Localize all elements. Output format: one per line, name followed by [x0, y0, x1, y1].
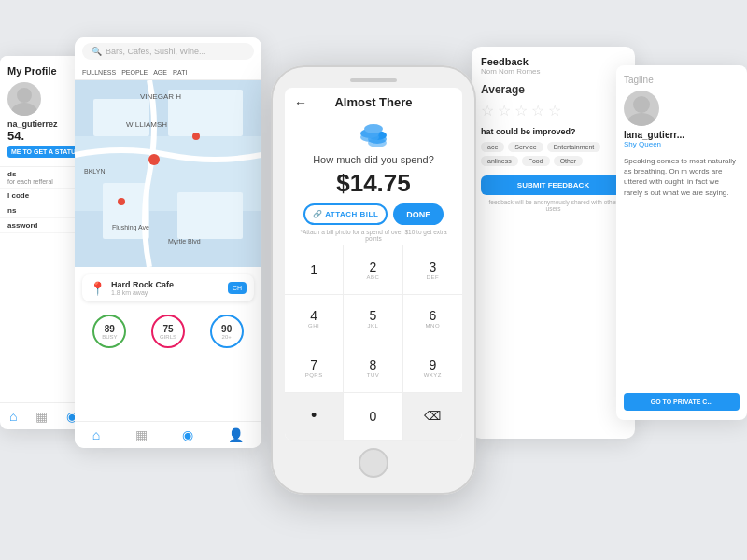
svg-point-1 [11, 103, 37, 116]
svg-text:Myrtle Blvd: Myrtle Blvd [168, 238, 201, 245]
coins-area [285, 113, 462, 154]
svg-text:Flushing Ave: Flushing Ave [112, 224, 149, 231]
venue-action-button[interactable]: CH [228, 282, 247, 294]
submit-feedback-button[interactable]: SUBMIT FEEDBACK [481, 175, 626, 195]
tagline-avatar [624, 91, 659, 126]
svg-point-23 [627, 113, 655, 126]
svg-rect-7 [177, 192, 243, 239]
screen-title: Almost There [334, 95, 412, 109]
svg-point-8 [148, 154, 160, 165]
coins-icon [357, 120, 390, 150]
map-grid-icon[interactable]: ▦ [135, 427, 148, 442]
back-button[interactable]: ← [294, 95, 307, 110]
tagline-handle: Shy Queen [624, 140, 740, 148]
numpad-7[interactable]: 7PQRS [285, 343, 344, 393]
map-area: WILLIAMSH BKLYN Flushing Ave Myrtle Blvd… [75, 80, 261, 267]
tag-food[interactable]: Food [522, 156, 550, 166]
numpad-0[interactable]: 0 [344, 393, 402, 441]
star-rating[interactable]: ☆ ☆ ☆ ☆ ☆ [481, 102, 626, 119]
tagline-title: Tagline [624, 75, 740, 85]
numpad-9[interactable]: 9WXYZ [403, 343, 462, 393]
feedback-note: feedback will be anonymously shared with… [481, 199, 626, 212]
tag-cleanliness[interactable]: anliness [481, 156, 518, 166]
stat-girls: 75 GIRLS [151, 315, 185, 348]
numpad-backspace[interactable]: ⌫ [403, 393, 462, 441]
action-buttons: 🔗 ATTACH BILL DONE [285, 203, 462, 229]
svg-point-22 [633, 96, 650, 113]
numpad-8[interactable]: 8TUV [344, 343, 402, 393]
tagline-bio: Speaking comes to most naturally as brea… [624, 156, 740, 198]
tag-service[interactable]: Service [508, 142, 543, 152]
svg-text:VINEGAR H: VINEGAR H [140, 92, 181, 101]
venue-pin-icon: 📍 [90, 281, 106, 296]
screen-header: ← Almost There [285, 88, 462, 113]
svg-rect-4 [93, 99, 149, 136]
done-button[interactable]: DONE [393, 203, 444, 225]
numpad-3[interactable]: 3DEF [403, 245, 462, 295]
spend-question: How much did you spend? [285, 154, 462, 165]
tag-space[interactable]: ace [481, 142, 504, 152]
star-3[interactable]: ☆ [514, 102, 528, 119]
phone-speaker [350, 78, 397, 82]
numpad-4[interactable]: 4GHI [285, 295, 344, 344]
numpad-5[interactable]: 5JKL [344, 295, 402, 344]
map-card: 🔍 Bars, Cafes, Sushi, Wine... FULLNESS P… [75, 37, 261, 448]
attach-note: *Attach a bill photo for a spend of over… [285, 229, 462, 245]
venue-distance: 1.8 km away [111, 289, 174, 296]
tagline-username: lana_gutierr... [624, 130, 740, 140]
spend-amount: $14.75 [285, 165, 462, 203]
venue-item: 📍 Hard Rock Cafe 1.8 km away CH [82, 274, 254, 301]
tagline-card: Tagline lana_gutierr... Shy Queen Speaki… [616, 65, 747, 420]
svg-point-21 [364, 124, 383, 133]
go-private-button[interactable]: GO TO PRIVATE C... [624, 393, 740, 411]
svg-text:BKLYN: BKLYN [84, 168, 105, 175]
tag-other[interactable]: Other [554, 156, 584, 166]
stat-busy: 89 BUSY [92, 315, 126, 348]
numpad: 1 2ABC 3DEF 4GHI 5JKL 6MNO 7PQRS [285, 245, 462, 441]
feedback-subtitle: Nom Nom Romes [481, 67, 626, 76]
grid-icon[interactable]: ▦ [35, 409, 48, 424]
feedback-card: Feedback Nom Nom Romes Average ☆ ☆ ☆ ☆ ☆… [472, 47, 635, 439]
numpad-dot[interactable]: • [285, 393, 344, 441]
map-person-icon[interactable]: 👤 [228, 427, 244, 442]
search-icon: 🔍 [92, 47, 102, 56]
star-1[interactable]: ☆ [481, 102, 494, 119]
star-5[interactable]: ☆ [548, 102, 561, 119]
tag-entertainment[interactable]: Entertainment [547, 142, 601, 152]
search-bar[interactable]: 🔍 Bars, Cafes, Sushi, Wine... [82, 43, 254, 60]
scene: My Profile na_gutierrez 54. ME TO GET A … [0, 0, 747, 560]
stat-age: 90 20+ [210, 315, 244, 348]
venue-name: Hard Rock Cafe [111, 280, 174, 289]
svg-text:WILLIAMSH: WILLIAMSH [126, 120, 167, 129]
numpad-1[interactable]: 1 [285, 245, 344, 295]
map-location-icon[interactable]: ◉ [182, 427, 193, 442]
avatar [7, 82, 41, 116]
search-placeholder: Bars, Cafes, Sushi, Wine... [106, 47, 206, 56]
svg-point-9 [192, 133, 200, 140]
attach-icon: 🔗 [313, 210, 323, 218]
svg-point-10 [118, 198, 125, 205]
map-home-icon[interactable]: ⌂ [92, 427, 100, 442]
attach-bill-button[interactable]: 🔗 ATTACH BILL [303, 203, 388, 225]
map-filters: FULLNESS PEOPLE AGE RATI [75, 65, 261, 80]
svg-point-0 [17, 88, 32, 103]
venue-stats: 89 BUSY 75 GIRLS 90 20+ [75, 309, 261, 354]
feedback-title: Feedback [481, 56, 626, 67]
numpad-6[interactable]: 6MNO [403, 295, 462, 344]
numpad-2[interactable]: 2ABC [344, 245, 402, 295]
home-button[interactable] [359, 448, 388, 478]
map-footer: ⌂ ▦ ◉ 👤 [75, 421, 261, 448]
home-icon[interactable]: ⌂ [9, 409, 17, 424]
phone-frame: ← Almost There How much did you [271, 65, 476, 495]
star-4[interactable]: ☆ [531, 102, 544, 119]
feedback-tags: ace Service Entertainment anliness Food … [481, 142, 626, 166]
feedback-rating: Average [481, 83, 626, 96]
star-2[interactable]: ☆ [498, 102, 511, 119]
phone-screen: ← Almost There How much did you [285, 88, 462, 441]
improve-title: hat could be improved? [481, 127, 626, 136]
